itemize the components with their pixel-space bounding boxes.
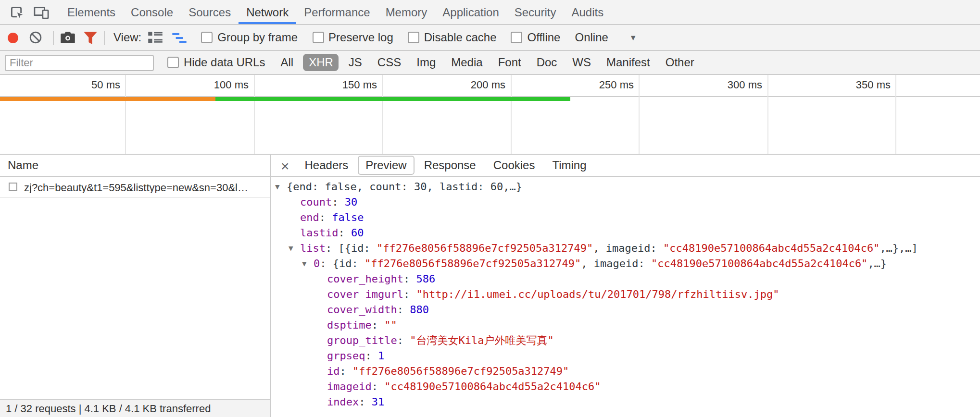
tree-line[interactable]: cover_imgurl: "http://i1.umei.cc/uploads… — [271, 287, 980, 303]
tree-segment: , imageid: — [593, 242, 663, 255]
tree-line[interactable]: id: "ff276e8056f58896e7cf92505a312749" — [271, 364, 980, 380]
capture-screenshots-button[interactable] — [61, 32, 75, 43]
tree-line[interactable]: index: 31 — [271, 395, 980, 410]
request-row[interactable]: zj?ch=beauty&t1=595&listtype=new&sn=30&l… — [0, 177, 270, 198]
tree-segment: "http://i1.umei.cc/uploads/tu/201701/798… — [416, 288, 779, 301]
tree-segment: "ff276e8056f58896e7cf92505a312749" — [352, 365, 569, 378]
toggle-disable-cache[interactable]: Disable cache — [408, 31, 497, 44]
tab-audits[interactable]: Audits — [564, 0, 611, 24]
filter-type-css[interactable]: CSS — [372, 54, 407, 71]
filter-type-doc[interactable]: Doc — [531, 54, 563, 71]
tab-elements[interactable]: Elements — [60, 0, 123, 24]
tab-memory[interactable]: Memory — [378, 0, 435, 24]
filter-toggle-button[interactable] — [84, 31, 97, 44]
preview-tree: ▼{end: false, count: 30, lastid: 60,…}co… — [271, 177, 980, 417]
tree-line[interactable]: group_title: "台湾美女Kila户外唯美写真" — [271, 333, 980, 349]
tree-segment: "cc48190e57100864abc4d55a2c4104c6" — [384, 380, 601, 393]
filter-type-ws[interactable]: WS — [566, 54, 597, 71]
tree-line[interactable]: cover_width: 880 — [271, 303, 980, 318]
checkbox-icon[interactable] — [312, 32, 324, 43]
detail-tab-response[interactable]: Response — [416, 156, 484, 175]
request-list: zj?ch=beauty&t1=595&listtype=new&sn=30&l… — [0, 177, 270, 399]
detail-tab-headers[interactable]: Headers — [297, 156, 356, 175]
clear-button[interactable] — [29, 31, 42, 44]
tree-line[interactable]: grpseq: 1 — [271, 349, 980, 364]
inspect-element-button[interactable] — [4, 0, 29, 24]
gridline — [895, 75, 896, 155]
camera-icon — [61, 32, 75, 43]
filter-type-manifest[interactable]: Manifest — [601, 54, 656, 71]
tree-segment: 31 — [372, 396, 385, 408]
show-overview-button[interactable] — [172, 32, 187, 43]
tree-segment: {end: false, count: 30, lastid: 60,…} — [287, 181, 522, 193]
tree-line[interactable]: ▼list: [{id: "ff276e8056f58896e7cf92505a… — [271, 241, 980, 257]
tree-segment: id — [327, 365, 340, 378]
clear-icon — [29, 31, 42, 44]
tree-segment: 0 — [314, 258, 320, 270]
tree-line[interactable]: imageid: "cc48190e57100864abc4d55a2c4104… — [271, 380, 980, 395]
tree-line[interactable]: count: 30 — [271, 195, 980, 210]
chevron-down-icon[interactable]: ▼ — [629, 33, 637, 42]
request-name: zj?ch=beauty&t1=595&listtype=new&sn=30&l… — [24, 181, 248, 193]
timeline-overview[interactable]: 50 ms100 ms150 ms200 ms250 ms300 ms350 m… — [0, 75, 980, 155]
expand-arrow-icon[interactable]: ▼ — [289, 241, 293, 257]
expand-arrow-icon[interactable]: ▼ — [275, 180, 280, 195]
filter-type-font[interactable]: Font — [492, 54, 527, 71]
filter-input[interactable] — [5, 54, 154, 71]
tree-segment: grpseq — [327, 350, 365, 362]
tab-application[interactable]: Application — [435, 0, 506, 24]
name-column-header[interactable]: Name — [0, 155, 270, 177]
checkbox-icon[interactable] — [201, 32, 213, 43]
tree-segment: list — [300, 242, 326, 255]
filter-type-js[interactable]: JS — [343, 54, 368, 71]
record-button[interactable] — [8, 32, 18, 43]
detail-tab-preview[interactable]: Preview — [358, 156, 414, 175]
hide-data-urls-label: Hide data URLs — [184, 56, 265, 69]
tab-network[interactable]: Network — [239, 0, 296, 24]
expand-arrow-icon[interactable]: ▼ — [302, 257, 307, 272]
detail-tab-cookies[interactable]: Cookies — [486, 156, 543, 175]
tree-segment: lastid — [300, 227, 339, 239]
tree-segment: false — [332, 211, 364, 224]
checkbox-icon[interactable] — [511, 32, 523, 43]
checkbox-icon[interactable] — [408, 32, 419, 43]
main-tabs: ElementsConsoleSourcesNetworkPerformance… — [60, 0, 611, 24]
hide-data-urls-toggle[interactable]: Hide data URLs — [167, 56, 265, 69]
tab-console[interactable]: Console — [123, 0, 181, 24]
gridline — [125, 75, 126, 155]
tab-security[interactable]: Security — [507, 0, 564, 24]
tree-line[interactable]: cover_height: 586 — [271, 272, 980, 287]
tree-segment: : — [319, 211, 332, 224]
filter-type-xhr[interactable]: XHR — [303, 54, 339, 71]
devtools-window: ElementsConsoleSourcesNetworkPerformance… — [0, 0, 980, 417]
detail-tab-timing[interactable]: Timing — [544, 156, 594, 175]
tree-line[interactable]: lastid: 60 — [271, 226, 980, 241]
checkbox-label: Disable cache — [424, 31, 497, 44]
tree-segment: , imageid: — [581, 258, 651, 270]
tree-segment: : — [372, 319, 385, 331]
filter-type-all[interactable]: All — [275, 54, 299, 71]
tree-segment: cover_height — [327, 273, 403, 285]
tab-performance[interactable]: Performance — [296, 0, 377, 24]
toggle-device-toolbar-button[interactable] — [29, 0, 54, 24]
filter-bar: Hide data URLs AllXHRJSCSSImgMediaFontDo… — [0, 51, 980, 75]
throttling-select[interactable]: Online — [575, 31, 608, 44]
tick-label: 350 ms — [856, 79, 895, 90]
tree-segment: 1 — [378, 350, 384, 362]
tree-segment: : — [359, 396, 372, 408]
toggle-group-by-frame[interactable]: Group by frame — [201, 31, 298, 44]
tab-sources[interactable]: Sources — [181, 0, 239, 24]
filter-type-img[interactable]: Img — [411, 54, 441, 71]
tree-line[interactable]: ▼0: {id: "ff276e8056f58896e7cf92505a3127… — [271, 257, 980, 272]
tree-line[interactable]: dsptime: "" — [271, 318, 980, 333]
checkbox-icon[interactable] — [167, 57, 179, 68]
close-icon[interactable]: × — [274, 158, 296, 172]
toggle-offline[interactable]: Offline — [511, 31, 561, 44]
toggle-preserve-log[interactable]: Preserve log — [312, 31, 393, 44]
filter-type-other[interactable]: Other — [660, 54, 700, 71]
tree-line[interactable]: ▼{end: false, count: 30, lastid: 60,…} — [271, 180, 980, 195]
filter-type-media[interactable]: Media — [445, 54, 488, 71]
tree-line[interactable]: end: false — [271, 210, 980, 226]
large-request-rows-button[interactable] — [148, 32, 163, 43]
tick-label: 300 ms — [728, 79, 767, 90]
